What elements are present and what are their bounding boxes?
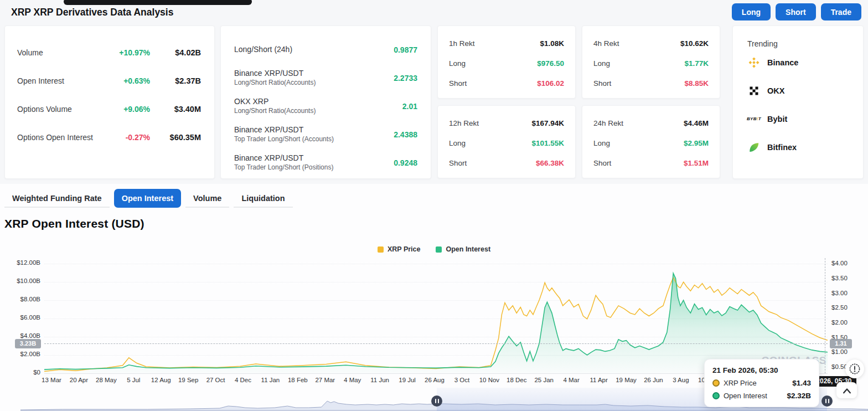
ratio-title: Binance XRP/USDT: [234, 69, 394, 78]
stat-value: $4.02B: [150, 48, 201, 57]
top-dark-bar: [64, 0, 252, 5]
trending-card: Trending Binance OKX BYB!T Bybit: [732, 25, 864, 179]
binance-logo-icon: [747, 56, 761, 69]
rekt-long-value: $976.50: [537, 59, 564, 68]
stat-change: +0.63%: [104, 76, 150, 85]
left-axis-crosshair-badge: 3.23B: [15, 339, 41, 348]
ratio-value: 2.4388: [394, 130, 417, 139]
rekt-short-label: Short: [449, 159, 467, 167]
ratio-title: Binance XRP/USDT: [234, 153, 394, 162]
ratio-row: Binance XRP/USDT Top Trader Long/Short (…: [234, 148, 417, 177]
ratio-value: 2.2733: [394, 74, 417, 83]
header-actions: Long Short Trade: [732, 3, 861, 20]
rekt-total: $10.62K: [680, 39, 709, 48]
trending-item-bitfinex[interactable]: Bitfinex: [747, 133, 863, 161]
rekt-card-4h: 4h Rekt$10.62K Long$1.77K Short$8.85K: [582, 25, 720, 99]
ratio-title: Long/Short (24h): [234, 45, 394, 54]
stat-row-volume: Volume +10.97% $4.02B: [17, 38, 201, 66]
navigator-right-handle-icon[interactable]: [822, 395, 833, 407]
rekt-title: 24h Rekt: [593, 119, 623, 127]
chevron-up-icon: [840, 385, 854, 396]
legend-swatch-icon: [436, 246, 442, 253]
tooltip-value: $2.32B: [787, 392, 811, 400]
rekt-short-label: Short: [593, 159, 611, 167]
tab-open-interest[interactable]: Open Interest: [114, 189, 181, 208]
crosshair-horizontal-line: [44, 343, 828, 344]
legend-item-open-interest[interactable]: Open Interest: [436, 245, 490, 253]
tab-liquidation[interactable]: Liquidation: [234, 189, 292, 208]
rekt-long-label: Long: [449, 139, 466, 147]
long-button[interactable]: Long: [732, 3, 771, 20]
rekt-total: $4.46M: [684, 119, 709, 127]
rekt-short-value: $66.38K: [536, 159, 564, 167]
ratio-subtitle: Top Trader Long/Short (Accounts): [234, 136, 394, 143]
stat-row-options-volume: Options Volume +9.06% $3.40M: [17, 95, 201, 123]
alert-button[interactable]: [845, 359, 864, 378]
bybit-logo-icon: BYB!T: [747, 112, 761, 126]
rekt-short-label: Short: [449, 79, 467, 88]
stat-value: $60.35M: [150, 133, 201, 142]
stat-change: -0.27%: [104, 133, 150, 142]
rekt-title: 1h Rekt: [449, 39, 475, 48]
stat-value: $2.37B: [150, 76, 201, 85]
legend-label: XRP Price: [388, 245, 421, 253]
navigator-left-handle-icon[interactable]: [431, 395, 442, 407]
tab-weighted-funding-rate[interactable]: Weighted Funding Rate: [4, 189, 110, 208]
rekt-title: 4h Rekt: [593, 39, 619, 48]
page-title: XRP XRP Derivatives Data Analysis: [11, 7, 173, 18]
stat-value: $3.40M: [150, 105, 201, 114]
legend-swatch-icon: [378, 246, 384, 253]
chart-tooltip: 21 Feb 2026, 05:30 XRP Price $1.43 Open …: [704, 359, 819, 407]
trending-item-label: Binance: [767, 58, 798, 67]
ratio-row: Binance XRP/USDT Top Trader Long/Short (…: [234, 120, 417, 148]
trending-item-okx[interactable]: OKX: [747, 76, 863, 105]
rekt-long-value: $1.77K: [684, 59, 709, 68]
trending-item-label: Bybit: [767, 115, 787, 124]
rekt-total: $167.94K: [531, 119, 564, 127]
tooltip-date: 21 Feb 2026, 05:30: [712, 366, 811, 374]
stat-label: Options Open Interest: [17, 133, 104, 142]
ratio-row: Long/Short (24h) 0.9877: [234, 35, 417, 64]
ratio-row: Binance XRP/USDT Long/Short Ratio(Accoun…: [234, 64, 417, 92]
stat-change: +10.97%: [104, 48, 150, 57]
scroll-to-top-button[interactable]: [836, 382, 857, 398]
bitfinex-logo-icon: [747, 141, 761, 154]
rekt-title: 12h Rekt: [449, 119, 479, 127]
stat-label: Volume: [17, 48, 104, 57]
open-interest-dot-icon: [712, 392, 720, 399]
legend-label: Open Interest: [446, 245, 490, 253]
trending-title: Trending: [747, 39, 863, 48]
open-interest-area: [44, 273, 828, 373]
xrp-price-dot-icon: [712, 379, 720, 387]
ratio-title: Binance XRP/USDT: [234, 125, 394, 134]
trending-item-bybit[interactable]: BYB!T Bybit: [747, 105, 863, 133]
ratio-title: OKX XRP: [234, 97, 402, 106]
main-chart-plot[interactable]: [44, 258, 828, 373]
rekt-long-value: $101.55K: [531, 139, 564, 147]
legend-item-xrp-price[interactable]: XRP Price: [378, 245, 421, 253]
rekt-long-label: Long: [593, 139, 610, 147]
rekt-short-value: $8.85K: [684, 79, 709, 88]
ratio-value: 0.9248: [394, 158, 417, 167]
ratio-value: 0.9877: [394, 45, 417, 54]
ratio-subtitle: Long/Short Ratio(Accounts): [234, 79, 394, 87]
ratio-subtitle: Top Trader Long/Short (Positions): [234, 164, 394, 172]
tooltip-label: Open Interest: [724, 392, 767, 400]
trending-item-binance[interactable]: Binance: [747, 48, 863, 76]
rekt-short-label: Short: [593, 79, 611, 88]
rekt-total: $1.08K: [540, 39, 564, 48]
short-button[interactable]: Short: [776, 3, 816, 20]
rekt-long-label: Long: [593, 59, 610, 68]
market-stats-card: Volume +10.97% $4.02B Open Interest +0.6…: [4, 25, 215, 179]
trending-item-label: OKX: [767, 86, 784, 95]
alert-seal-icon: [848, 362, 861, 376]
tab-volume[interactable]: Volume: [185, 189, 229, 208]
rekt-long-value: $2.95M: [684, 139, 709, 147]
tooltip-value: $1.43: [792, 379, 811, 387]
rekt-card-12h: 12h Rekt$167.94K Long$101.55K Short$66.3…: [437, 105, 576, 178]
rekt-short-value: $106.02: [537, 79, 564, 88]
trade-button[interactable]: Trade: [821, 3, 861, 20]
right-axis-crosshair-badge: 1.31: [830, 339, 852, 348]
trending-item-label: Bitfinex: [767, 143, 797, 152]
chart-legend: XRP Price Open Interest: [0, 245, 868, 253]
